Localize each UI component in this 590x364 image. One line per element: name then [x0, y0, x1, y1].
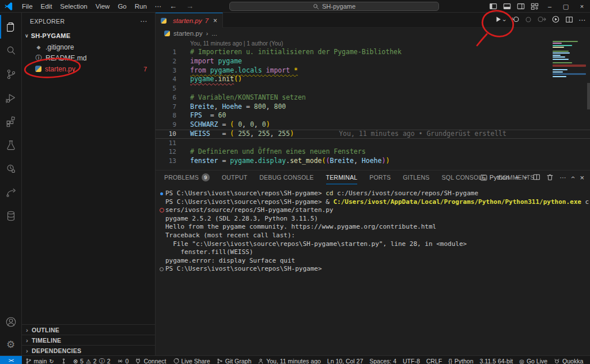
split-editor-icon[interactable] — [565, 16, 573, 25]
status-bar: >< main ↻ ⊗5 ⚠2 ⓘ2 0 Connect Live Share … — [0, 355, 590, 364]
problems-status[interactable]: ⊗5 ⚠2 ⓘ2 — [70, 357, 114, 364]
menu-overflow[interactable]: ⋯ — [151, 2, 166, 10]
file-item[interactable]: starten.py 7 — [22, 63, 155, 74]
menu-item[interactable]: Selection — [56, 3, 91, 10]
terminal-token: c:/U — [581, 198, 590, 206]
nav-back-icon[interactable]: ← — [169, 2, 177, 10]
minimap[interactable] — [553, 41, 586, 77]
run-dropdown-icon[interactable]: › — [501, 19, 508, 21]
gitlens-inspect-icon[interactable] — [0, 157, 22, 180]
breadcrumb-file[interactable]: starten.py — [173, 30, 203, 37]
database-icon[interactable] — [0, 204, 22, 227]
nav-forward-icon[interactable]: → — [186, 2, 194, 10]
panel-tab[interactable]: PROBLEMS 9 — [164, 170, 210, 184]
command-center-search[interactable]: SH-pygame — [229, 2, 439, 11]
remote-indicator[interactable]: >< — [0, 356, 22, 364]
codelens-blame[interactable]: You, 11 minutes ago | 1 author (You) — [156, 39, 590, 48]
close-panel-icon[interactable]: × — [580, 173, 584, 182]
branch-status[interactable]: main ↻ — [22, 357, 57, 364]
testing-icon[interactable] — [0, 133, 22, 157]
chevron-down-icon: ∨ — [25, 33, 29, 39]
toggle-secondary-sidebar-icon[interactable] — [514, 2, 528, 10]
new-terminal-icon[interactable]: + — [515, 173, 520, 182]
folder-root[interactable]: ∨ SH-PYGAME — [22, 30, 155, 41]
kill-terminal-icon[interactable] — [546, 173, 554, 182]
code-token: = — [202, 111, 218, 119]
menu-item[interactable]: Edit — [37, 3, 56, 10]
live-share-icon[interactable] — [0, 180, 22, 204]
line-number: 5 — [156, 84, 182, 93]
sql-connect-button[interactable]: Connect — [132, 357, 169, 364]
breadcrumb-symbol[interactable]: ... — [211, 30, 217, 37]
blame-status[interactable]: You, 11 minutes ago — [255, 357, 324, 364]
editor-region: starten.py 7 × › ⋯ starten.py › ... You, — [156, 13, 590, 355]
code-token: ) — [385, 157, 389, 165]
terminal-token: PS C:\Users\ivost\source\repos\SH-pygame… — [165, 265, 322, 272]
maximize-button[interactable]: ▢ — [558, 3, 574, 10]
gitlens-icon[interactable] — [57, 357, 70, 364]
scrollbar-thumb[interactable] — [587, 83, 590, 109]
code-token: 255 — [258, 130, 270, 138]
explorer-icon[interactable] — [0, 15, 22, 39]
more-actions-icon[interactable]: ⋯ — [140, 17, 147, 25]
eol-status[interactable]: CRLF — [423, 357, 445, 364]
encoding-status[interactable]: UTF-8 — [399, 357, 423, 364]
sidebar-section-header[interactable]: › OUTLINE — [22, 324, 155, 335]
settings-gear-icon[interactable]: ⚙ — [0, 333, 22, 355]
toggle-panel-icon[interactable] — [500, 2, 514, 10]
close-icon[interactable]: × — [213, 17, 217, 25]
panel-tab[interactable]: DEBUG CONSOLE — [259, 170, 313, 184]
sidebar-section-header[interactable]: › DEPENDENCIES — [22, 345, 155, 355]
file-item[interactable]: README.md — [22, 52, 155, 63]
breadcrumb[interactable]: starten.py › ... — [156, 28, 590, 39]
git-graph-button[interactable]: Git Graph — [213, 357, 255, 364]
broadcast-icon: ◎ — [519, 358, 524, 364]
terminal-line: PS C:\Users\ivost\source\repos\SH-pygame… — [158, 189, 590, 198]
run-and-debug-icon[interactable] — [0, 86, 22, 109]
notifications-bell-icon[interactable] — [587, 357, 590, 364]
run-file-icon[interactable] — [551, 15, 560, 25]
python-interpreter[interactable]: 3.11.5 64-bit — [476, 357, 516, 364]
cursor-position[interactable]: Ln 10, Col 27 — [324, 357, 366, 364]
panel-tab[interactable]: PORTS — [369, 170, 391, 184]
source-control-icon[interactable] — [0, 62, 22, 86]
terminal[interactable]: PS C:\Users\ivost\source\repos\SH-pygame… — [156, 184, 590, 355]
panel-tab[interactable]: TERMINAL — [326, 170, 358, 184]
code-token: 0 — [262, 120, 266, 128]
customize-layout-icon[interactable] — [528, 2, 542, 10]
terminal-token: File "c:\Users\ivost\source\repos\SH-pyg… — [165, 240, 467, 248]
terminal-dropdown-icon[interactable]: › — [522, 176, 530, 179]
extensions-icon[interactable] — [0, 109, 22, 133]
panel-tab[interactable]: GITLENS — [403, 170, 429, 184]
close-button[interactable]: × — [574, 3, 590, 10]
toggle-sidebar-icon[interactable] — [486, 2, 500, 10]
file-item[interactable]: .gitignore — [22, 41, 155, 52]
terminal-shell-icon[interactable]: Python — [480, 174, 509, 181]
tab-starten-py[interactable]: starten.py 7 × — [156, 13, 223, 28]
minimize-button[interactable]: – — [542, 3, 558, 10]
run-button[interactable] — [494, 16, 502, 25]
maximize-panel-icon[interactable]: › — [569, 176, 577, 179]
quokka-button[interactable]: Quokka — [551, 357, 587, 364]
account-icon[interactable] — [0, 310, 22, 333]
more-actions-icon[interactable]: ⋯ — [559, 174, 566, 181]
interactive-window-icon[interactable] — [510, 15, 519, 25]
code-editor[interactable]: You, 11 minutes ago | 1 author (You) 1 #… — [156, 39, 590, 170]
sidebar-section-header[interactable]: › TIMELINE — [22, 335, 155, 345]
split-terminal-icon[interactable] — [533, 173, 540, 182]
minimap-line — [553, 56, 565, 58]
broadcast-status[interactable]: 0 — [114, 357, 132, 364]
menu-item[interactable]: File — [18, 3, 37, 10]
search-value: SH-pygame — [322, 3, 355, 10]
live-share-button[interactable]: Live Share — [169, 357, 213, 364]
search-icon[interactable] — [0, 39, 22, 62]
menu-item[interactable]: Run — [131, 3, 151, 10]
panel-tab[interactable]: OUTPUT — [222, 170, 247, 184]
indentation-status[interactable]: Spaces: 4 — [366, 357, 400, 364]
menu-item[interactable]: Go — [114, 3, 130, 10]
title-bar: File Edit Selection View Go Run ⋯ ← → SH… — [0, 0, 590, 13]
go-live-button[interactable]: ◎ Go Live — [516, 357, 551, 364]
language-mode[interactable]: {} Python — [445, 357, 476, 364]
menu-item[interactable]: View — [92, 3, 114, 10]
more-actions-icon[interactable]: ⋯ — [578, 16, 585, 24]
